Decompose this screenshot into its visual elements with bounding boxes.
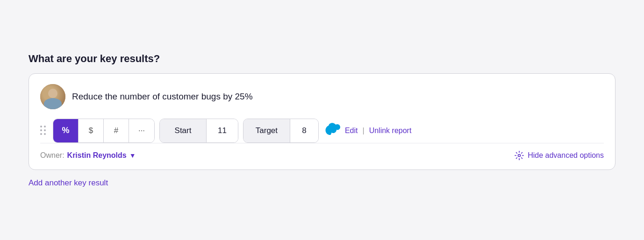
add-key-result-link[interactable]: Add another key result (29, 178, 108, 188)
type-btn-hash[interactable]: # (104, 119, 129, 142)
owner-label: Owner: (40, 151, 64, 160)
gear-icon (515, 151, 524, 160)
start-label: Start (160, 119, 207, 142)
type-btn-dollar[interactable]: $ (79, 119, 104, 142)
start-value[interactable]: 11 (207, 119, 238, 142)
card-footer: Owner: Kristin Reynolds ▼ Hide advanced … (40, 143, 604, 160)
type-selector: % $ # ··· (53, 119, 155, 143)
controls-row: % $ # ··· Start 11 Target 8 Edit (40, 119, 604, 143)
key-result-title: Reduce the number of customer bugs by 25… (72, 92, 253, 102)
owner-name[interactable]: Kristin Reynolds (67, 151, 127, 160)
key-result-card: Reduce the number of customer bugs by 25… (29, 73, 615, 170)
avatar (40, 84, 65, 109)
action-links: Edit | Unlink report (345, 127, 411, 135)
key-result-header-row: Reduce the number of customer bugs by 25… (40, 84, 604, 109)
target-value[interactable]: 8 (290, 119, 318, 142)
unlink-report-link[interactable]: Unlink report (369, 127, 412, 135)
edit-link[interactable]: Edit (345, 127, 358, 135)
type-btn-percent[interactable]: % (53, 119, 79, 142)
chevron-down-icon[interactable]: ▼ (129, 152, 136, 159)
action-divider: | (363, 127, 365, 135)
advanced-options-button[interactable]: Hide advanced options (515, 151, 604, 160)
salesforce-icon (323, 122, 340, 139)
start-field: Start 11 (159, 119, 238, 143)
drag-handle[interactable] (40, 126, 46, 135)
target-field: Target 8 (243, 119, 319, 143)
type-btn-more[interactable]: ··· (129, 119, 154, 142)
owner-section: Owner: Kristin Reynolds ▼ (40, 151, 136, 160)
target-label: Target (243, 119, 290, 142)
section-title: What are your key results? (29, 53, 615, 65)
svg-point-0 (518, 154, 521, 156)
advanced-options-label: Hide advanced options (528, 151, 604, 160)
